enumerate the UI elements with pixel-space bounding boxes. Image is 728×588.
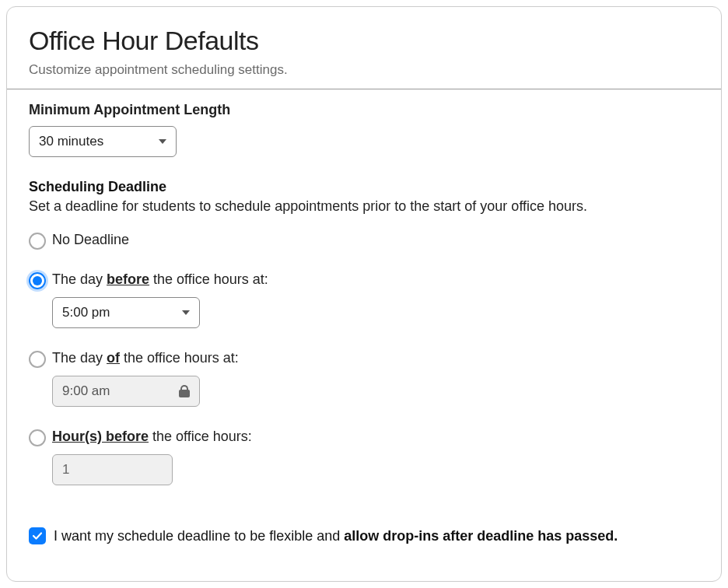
radio-hours-before[interactable]: Hour(s) before the office hours:	[29, 429, 699, 446]
radio-day-before-container: The day before the office hours at: 5:00…	[29, 271, 699, 328]
day-before-time-value: 5:00 pm	[62, 305, 110, 320]
deadline-desc: Set a deadline for students to schedule …	[29, 198, 699, 215]
hours-before-input: 1	[52, 454, 173, 485]
lock-icon	[179, 385, 190, 397]
radio-day-of-button[interactable]	[29, 351, 46, 368]
radio-no-deadline-button[interactable]	[29, 233, 46, 250]
day-before-time-select[interactable]: 5:00 pm	[52, 297, 200, 328]
min-length-value: 30 minutes	[39, 134, 103, 149]
day-of-time-value: 9:00 am	[62, 383, 110, 399]
deadline-label: Scheduling Deadline	[29, 179, 699, 195]
radio-day-before-label: The day before the office hours at:	[52, 271, 268, 288]
radio-no-deadline[interactable]: No Deadline	[29, 232, 699, 250]
radio-day-of[interactable]: The day of the office hours at:	[29, 350, 699, 368]
flexible-checkbox[interactable]	[29, 527, 46, 544]
card-content: Minimum Appointment Length 30 minutes Sc…	[7, 89, 721, 566]
check-icon	[32, 530, 43, 541]
radio-hours-before-label: Hour(s) before the office hours:	[52, 429, 252, 445]
card-header: Office Hour Defaults Customize appointme…	[7, 7, 721, 89]
chevron-down-icon	[159, 139, 166, 144]
chevron-down-icon	[182, 310, 190, 315]
flexible-checkbox-row[interactable]: I want my schedule deadline to be flexib…	[29, 527, 699, 544]
flexible-checkbox-label: I want my schedule deadline to be flexib…	[54, 528, 618, 544]
page-subtitle: Customize appointment scheduling setting…	[29, 62, 699, 78]
radio-day-of-container: The day of the office hours at: 9:00 am	[29, 350, 699, 407]
office-hour-defaults-card: Office Hour Defaults Customize appointme…	[6, 6, 722, 582]
min-length-label: Minimum Appointment Length	[29, 102, 699, 118]
page-title: Office Hour Defaults	[29, 26, 699, 56]
radio-selected-dot	[33, 276, 42, 285]
radio-day-before[interactable]: The day before the office hours at:	[29, 271, 699, 289]
hours-before-value: 1	[62, 462, 69, 477]
min-length-select[interactable]: 30 minutes	[29, 126, 177, 157]
day-of-time-select: 9:00 am	[52, 376, 200, 407]
deadline-radio-group: No Deadline The day before the office ho…	[29, 232, 699, 485]
radio-hours-before-button[interactable]	[29, 429, 46, 446]
radio-day-before-button[interactable]	[29, 272, 46, 289]
radio-hours-before-container: Hour(s) before the office hours: 1	[29, 429, 699, 485]
radio-day-of-label: The day of the office hours at:	[52, 350, 239, 366]
radio-no-deadline-label: No Deadline	[52, 232, 129, 248]
